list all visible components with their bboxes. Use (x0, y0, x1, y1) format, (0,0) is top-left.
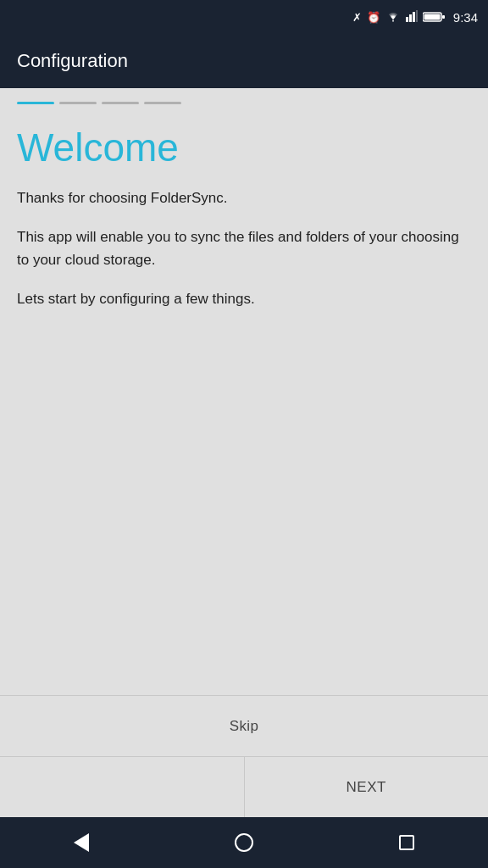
system-home-button[interactable] (229, 827, 259, 858)
bottom-section: Skip Next (0, 695, 488, 817)
battery-icon (423, 11, 445, 23)
app-bar-title: Configuration (17, 50, 128, 72)
svg-rect-3 (416, 10, 418, 22)
alarm-icon: ⏰ (367, 11, 380, 24)
skip-button-row: Skip (0, 695, 488, 756)
status-bar: ✗ ⏰ (0, 0, 488, 34)
svg-rect-5 (442, 15, 445, 19)
system-back-button[interactable] (66, 827, 97, 858)
wifi-icon (385, 10, 401, 25)
main-content: Welcome Thanks for choosing FolderSync. … (0, 111, 488, 695)
signal-icon (406, 10, 418, 25)
status-icons: ✗ ⏰ (352, 10, 478, 25)
home-circle-icon (235, 833, 253, 852)
paragraph-1: Thanks for choosing FolderSync. (17, 187, 471, 209)
next-button[interactable]: Next (347, 779, 386, 796)
back-triangle-icon (74, 833, 89, 852)
welcome-title: Welcome (17, 125, 471, 170)
bluetooth-icon: ✗ (352, 11, 362, 24)
next-button-area[interactable]: Next (245, 757, 489, 817)
app-bar: Configuration (0, 34, 488, 88)
stepper-dot-4 (144, 102, 181, 104)
skip-button[interactable]: Skip (230, 718, 258, 735)
system-recents-button[interactable] (391, 827, 422, 858)
action-buttons-row: Next (0, 756, 488, 817)
stepper-dot-3 (102, 102, 139, 104)
svg-rect-1 (409, 14, 412, 22)
svg-rect-0 (406, 17, 408, 22)
back-button-area (0, 757, 245, 817)
stepper-dot-2 (59, 102, 97, 104)
svg-rect-2 (413, 12, 415, 22)
stepper-indicator (0, 88, 488, 111)
paragraph-3: Lets start by configuring a few things. (17, 288, 471, 310)
system-nav-bar (0, 817, 488, 868)
stepper-dot-1 (17, 102, 54, 104)
paragraph-2: This app will enable you to sync the fil… (17, 226, 471, 271)
status-time: 9:34 (453, 10, 478, 25)
recents-square-icon (399, 835, 414, 850)
svg-rect-6 (424, 14, 440, 20)
